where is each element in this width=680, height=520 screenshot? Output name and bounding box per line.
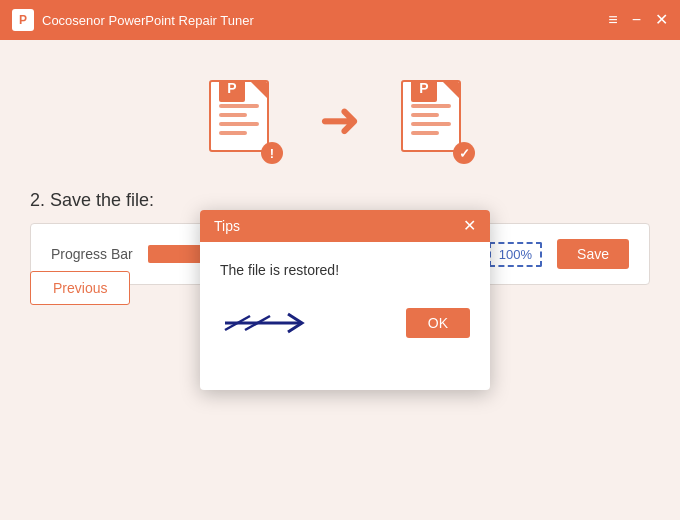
title-bar-left: P Cocosenor PowerPoint Repair Tuner	[12, 9, 254, 31]
modal-arrow-icon	[220, 308, 386, 338]
modal-close-button[interactable]: ✕	[463, 218, 476, 234]
source-file-tag: P	[219, 80, 245, 102]
dest-file-tag: P	[411, 80, 437, 102]
modal-title: Tips	[214, 218, 240, 234]
section-label: 2. Save the file:	[30, 190, 650, 211]
source-file-badge: !	[261, 142, 283, 164]
dest-file-icon: P ✓	[401, 80, 471, 160]
progress-label: Progress Bar	[51, 246, 133, 262]
save-button[interactable]: Save	[557, 239, 629, 269]
modal-message: The file is restored!	[220, 262, 470, 278]
modal-footer: OK	[220, 308, 470, 338]
source-file-icon: P !	[209, 80, 279, 160]
ok-button[interactable]: OK	[406, 308, 470, 338]
dest-file-badge: ✓	[453, 142, 475, 164]
close-icon[interactable]: ✕	[655, 12, 668, 28]
process-arrow-icon: ➜	[319, 95, 361, 145]
previous-button[interactable]: Previous	[30, 271, 130, 305]
menu-icon[interactable]: ≡	[608, 12, 617, 28]
minimize-icon[interactable]: −	[632, 12, 641, 28]
progress-percent: 100%	[489, 242, 542, 267]
modal-body: The file is restored! OK	[200, 242, 490, 363]
tips-modal: Tips ✕ The file is restored! OK	[200, 210, 490, 390]
app-icon: P	[12, 9, 34, 31]
title-bar: P Cocosenor PowerPoint Repair Tuner ≡ − …	[0, 0, 680, 40]
animation-area: P ! ➜ P ✓	[30, 80, 650, 160]
app-title: Cocosenor PowerPoint Repair Tuner	[42, 13, 254, 28]
modal-header: Tips ✕	[200, 210, 490, 242]
window-controls[interactable]: ≡ − ✕	[608, 12, 668, 28]
